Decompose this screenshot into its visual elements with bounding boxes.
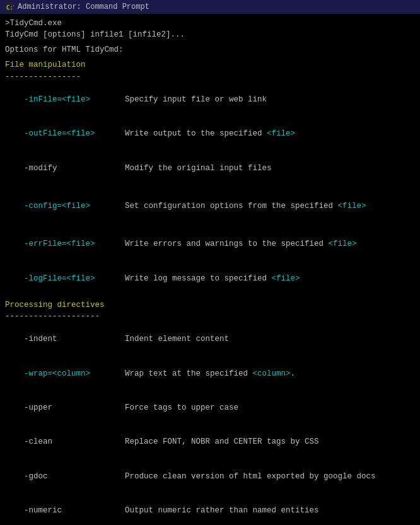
proc-item-indent: -indentIndent element content (5, 322, 415, 356)
processing-directives-header: Processing directives (5, 299, 415, 311)
proc-item-wrap: -wrap=<column>Wrap text at the specified… (5, 357, 415, 391)
file-item-config: -config=<file>Set configuration options … (5, 189, 415, 223)
file-item-modify: -modifyModify the original input files (5, 151, 415, 185)
proc-item-gdoc: -gdocProduce clean version of html expor… (5, 459, 415, 493)
svg-text:C:\: C:\ (6, 4, 14, 11)
proc-item-numeric: -numericOutput numeric rather than named… (5, 493, 415, 525)
cmd-icon: C:\ (5, 3, 14, 11)
prompt-line: >TidyCmd.exe (5, 18, 415, 29)
title-text: Administrator: Command Prompt (18, 3, 149, 11)
processing-directives-divider: -------------------- (5, 311, 415, 322)
file-item-logfile: -logFile=<file>Write log message to spec… (5, 262, 415, 296)
file-manipulation-divider: ---------------- (5, 71, 415, 83)
file-manipulation-header: File manipulation (5, 59, 415, 71)
usage-line: TidyCmd [options] infile1 [infile2]... (5, 29, 415, 40)
file-item-infile: -inFile=<file>Specify input file or web … (5, 83, 415, 117)
proc-item-clean: -cleanReplace FONT, NOBR and CENTER tags… (5, 425, 415, 459)
options-header: Options for HTML TidyCmd: (5, 44, 415, 55)
proc-item-upper: -upperForce tags to upper case (5, 391, 415, 425)
title-bar: C:\ Administrator: Command Prompt (0, 0, 420, 14)
console: >TidyCmd.exe TidyCmd [options] infile1 [… (0, 14, 420, 525)
file-item-outfile: -outFile=<file>Write output to the speci… (5, 117, 415, 151)
file-item-errfile: -errFile=<file>Write errors and warnings… (5, 227, 415, 261)
